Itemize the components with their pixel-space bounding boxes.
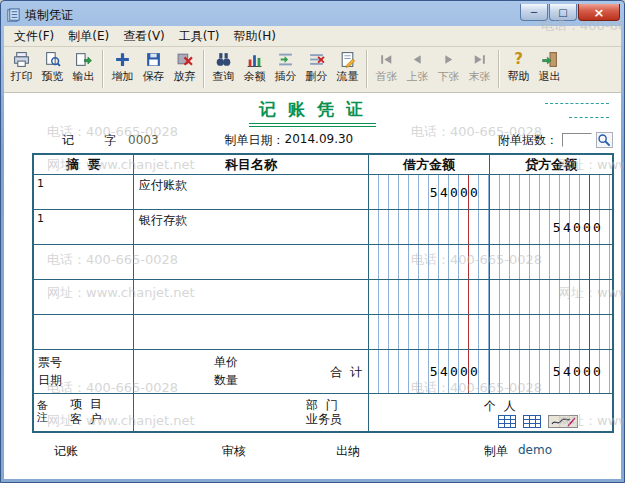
toolbar-button-cashflow[interactable]: 流量 (332, 48, 363, 90)
minimize-button[interactable]: ─ (520, 4, 548, 21)
prev-page-icon (409, 50, 426, 68)
attach-count-label: 附单据数： (498, 132, 558, 149)
row-credit[interactable]: 54000 (490, 210, 612, 245)
row-summary[interactable] (34, 315, 134, 350)
app-window: 填制凭证 ─ □ × 文件(F) 制单(E) 查看(V) 工具(T) 帮助(H)… (0, 0, 625, 483)
cashflow-icon (339, 50, 356, 68)
toolbar-button-label: 上张 (407, 69, 429, 84)
toolbar-button-add[interactable]: 增加 (107, 48, 138, 90)
customer-label[interactable]: 客 户 (70, 412, 102, 426)
row-summary[interactable]: 1 (34, 175, 134, 210)
row-debit[interactable] (369, 245, 490, 280)
row-account[interactable]: 银行存款 (134, 210, 369, 245)
export-icon (75, 50, 92, 68)
voucher-number[interactable]: 0003 (128, 133, 159, 147)
toolbar-button-help[interactable]: ? 帮助 (503, 48, 534, 90)
menubar: 文件(F) 制单(E) 查看(V) 工具(T) 帮助(H) (4, 26, 621, 47)
toolbar-button-label: 末张 (469, 69, 491, 84)
menu-make[interactable]: 制单(E) (61, 26, 116, 47)
menu-file[interactable]: 文件(F) (7, 26, 61, 47)
menu-view[interactable]: 查看(V) (116, 26, 172, 47)
toolbar: 打印 预览 输出 增加 保存 放弃 查询 余额 (4, 47, 621, 93)
person-label[interactable]: 个 人 (484, 398, 516, 415)
minimize-icon: ─ (531, 7, 537, 18)
row-summary[interactable] (34, 280, 134, 315)
row-account[interactable]: 应付账款 (134, 175, 369, 210)
row-account[interactable] (134, 315, 369, 350)
toolbar-button-next[interactable]: 下张 (433, 48, 464, 90)
toolbar-button-exit[interactable]: 退出 (534, 48, 565, 90)
toolbar-separator (102, 50, 104, 88)
credit-total: 54000 (490, 350, 612, 394)
toolbar-separator (366, 50, 368, 88)
toolbar-button-label: 预览 (42, 69, 64, 84)
voucher-word-label-2: 字 (104, 132, 116, 149)
person-cell: 个 人 (369, 394, 612, 431)
maximize-icon: □ (558, 7, 567, 18)
toolbar-button-label: 插分 (275, 69, 297, 84)
toolbar-button-label: 余额 (244, 69, 266, 84)
first-page-icon (378, 50, 395, 68)
attach-count-input[interactable] (562, 133, 592, 147)
row-credit[interactable] (490, 280, 612, 315)
grid-icon[interactable] (523, 415, 541, 428)
row-account[interactable] (134, 245, 369, 280)
toolbar-button-save[interactable]: 保存 (138, 48, 169, 90)
save-icon (145, 50, 162, 68)
toolbar-button-insert-entry[interactable]: 插分 (270, 48, 301, 90)
toolbar-button-prev[interactable]: 上张 (402, 48, 433, 90)
toolbar-button-query[interactable]: 查询 (208, 48, 239, 90)
preview-icon (44, 50, 61, 68)
remark-cell: 备注 项 目 客 户 (34, 394, 134, 431)
exit-icon (541, 50, 558, 68)
maximize-button[interactable]: □ (549, 4, 577, 21)
app-icon (5, 7, 21, 23)
row-debit[interactable] (369, 280, 490, 315)
menu-help[interactable]: 帮助(H) (227, 26, 283, 47)
toolbar-button-preview[interactable]: 预览 (37, 48, 68, 90)
header-summary: 摘 要 (34, 155, 134, 175)
toolbar-button-balance[interactable]: 余额 (239, 48, 270, 90)
toolbar-button-discard[interactable]: 放弃 (169, 48, 200, 90)
toolbar-button-label: 下张 (438, 69, 460, 84)
row-summary[interactable] (34, 245, 134, 280)
voucher-word-label: 记 (62, 132, 74, 149)
toolbar-button-first[interactable]: 首张 (371, 48, 402, 90)
row-debit[interactable] (369, 210, 490, 245)
row-credit[interactable] (490, 315, 612, 350)
header-account: 科目名称 (134, 155, 369, 175)
toolbar-separator (498, 50, 500, 88)
balance-chart-icon (246, 50, 263, 68)
close-button[interactable]: × (578, 4, 620, 21)
salesman-label[interactable]: 业务员 (306, 411, 342, 428)
ticket-date-cell: 票号 日期 (34, 350, 134, 394)
unit-price-label: 单价 (214, 354, 238, 371)
add-icon (114, 50, 131, 68)
toolbar-button-print[interactable]: 打印 (6, 48, 37, 90)
row-debit[interactable] (369, 315, 490, 350)
grid-icon[interactable] (498, 415, 516, 428)
voucher-meta-row: 记 字 0003 制单日期： 2014.09.30 附单据数： (4, 131, 621, 149)
toolbar-button-delete-entry[interactable]: 删分 (301, 48, 332, 90)
auditor-label: 审核 (222, 443, 246, 460)
toolbar-button-label: 打印 (11, 69, 33, 84)
row-debit[interactable]: 54000 (369, 175, 490, 210)
menu-tools[interactable]: 工具(T) (172, 26, 227, 47)
toolbar-separator (203, 50, 205, 88)
titlebar[interactable]: 填制凭证 ─ □ × (4, 4, 621, 26)
bookkeeper-label: 记账 (54, 443, 78, 460)
magnifier-icon (597, 133, 612, 148)
toolbar-button-export[interactable]: 输出 (68, 48, 99, 90)
remark-label: 备注 (37, 394, 54, 431)
signature-icon[interactable] (548, 415, 578, 428)
row-credit[interactable] (490, 245, 612, 280)
toolbar-button-last[interactable]: 末张 (464, 48, 495, 90)
row-summary[interactable]: 1 (34, 210, 134, 245)
price-qty-cell: 单价 数量 合 计 (134, 350, 369, 394)
attach-zoom-button[interactable] (596, 132, 613, 148)
project-label[interactable]: 项 目 (70, 397, 102, 411)
row-credit[interactable] (490, 175, 612, 210)
toolbar-button-label: 首张 (376, 69, 398, 84)
row-account[interactable] (134, 280, 369, 315)
voucher-table: 摘 要 科目名称 借方金额 贷方金额 1 应付账款 54000 1 银行存款 5… (32, 153, 614, 433)
